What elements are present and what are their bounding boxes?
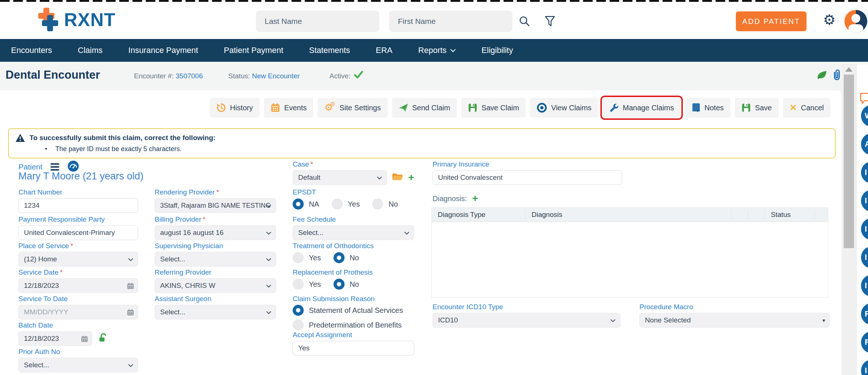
- encounter-icd10-type-select[interactable]: ICD10: [433, 313, 620, 328]
- radio[interactable]: [293, 319, 304, 331]
- supervising-physician-select[interactable]: Select...: [155, 252, 276, 267]
- nav-item-reports[interactable]: Reports: [418, 46, 456, 55]
- rail-shortcut-button[interactable]: I: [861, 190, 868, 212]
- add-diagnosis-icon[interactable]: +: [472, 193, 478, 204]
- search-icon[interactable]: [518, 15, 531, 29]
- user-avatar[interactable]: [844, 10, 867, 33]
- rendering-provider-select[interactable]: 3Staff, Rajaram BIG NAME TESTING: [155, 198, 276, 213]
- rail-shortcut-button[interactable]: I: [861, 246, 868, 268]
- calendar-icon[interactable]: [127, 309, 134, 316]
- orthodontics-option-no[interactable]: No: [334, 252, 359, 263]
- page-title: Dental Encounter: [6, 68, 100, 82]
- epsdt-option-yes[interactable]: Yes: [332, 199, 360, 210]
- encounter-icd10-type-field: Encounter ICD10 Type ICD10: [433, 303, 620, 328]
- procedure-macro-field: Procedure Macro None Selected ▼: [639, 303, 830, 328]
- orthodontics-option-yes[interactable]: Yes: [293, 252, 321, 263]
- nav-item-encounters[interactable]: Encounters: [11, 46, 52, 55]
- chat-bubble-icon[interactable]: [860, 92, 868, 106]
- calendar-icon[interactable]: [81, 335, 88, 342]
- payment-responsible-party-label: Payment Responsible Party: [18, 215, 138, 224]
- batch-date-input[interactable]: 12/18/2023: [18, 331, 92, 346]
- referring-provider-select[interactable]: AKINS, CHRIS W: [155, 278, 276, 293]
- payment-responsible-party-input[interactable]: United Convalescent-Primary: [18, 225, 138, 240]
- case-select[interactable]: Default: [293, 170, 387, 185]
- epsdt-option-na[interactable]: NA: [293, 199, 319, 210]
- accept-assignment-input[interactable]: Yes: [293, 341, 414, 356]
- send-claim-button[interactable]: Send Claim: [392, 98, 457, 118]
- calendar-icon[interactable]: [127, 282, 134, 289]
- assistant-surgeon-select[interactable]: Select...: [155, 305, 276, 319]
- rail-shortcut-button[interactable]: A: [861, 133, 868, 155]
- view-claims-button[interactable]: View Claims: [530, 98, 598, 118]
- add-patient-button[interactable]: ADD PATIENT: [736, 11, 807, 31]
- radio-selected[interactable]: [334, 279, 345, 290]
- prothesis-option-no[interactable]: No: [334, 279, 359, 290]
- scroll-up-arrow[interactable]: [845, 67, 853, 72]
- chart-number-input[interactable]: 1234: [18, 198, 138, 213]
- open-case-folder-icon[interactable]: [392, 172, 403, 183]
- events-button[interactable]: Events: [264, 98, 313, 118]
- prior-auth-no-select[interactable]: Select...: [18, 358, 138, 372]
- rail-shortcut-button[interactable]: R: [861, 331, 868, 353]
- radio-selected[interactable]: [293, 199, 304, 210]
- prothesis-option-yes[interactable]: Yes: [293, 279, 321, 290]
- rxnt-dental-encounter-screen: RXNT ADD PATIENT ⚙ Encounters Claims Ins…: [0, 0, 868, 375]
- service-date-input[interactable]: 12/18/2023: [18, 278, 138, 293]
- service-date-label: Service Date*: [18, 268, 138, 276]
- rail-shortcut-button[interactable]: I: [861, 360, 868, 375]
- billing-provider-select[interactable]: august 16 august 16: [155, 225, 276, 240]
- encounter-number-link[interactable]: 3507006: [176, 72, 203, 80]
- filter-icon[interactable]: [545, 16, 555, 28]
- rail-shortcut-button[interactable]: I: [861, 275, 868, 297]
- paperclip-icon[interactable]: [831, 69, 842, 82]
- notes-button[interactable]: Notes: [685, 98, 730, 118]
- reason-option-predetermination[interactable]: Predetermination of Benefits: [293, 319, 418, 331]
- vertical-scrollbar: [841, 64, 856, 375]
- chevron-down-icon: [450, 49, 456, 52]
- place-of-service-select[interactable]: (12) Home: [18, 252, 138, 267]
- save-button[interactable]: Save: [735, 98, 779, 118]
- rail-shortcut-button[interactable]: R: [861, 303, 868, 325]
- first-name-input[interactable]: [389, 11, 512, 32]
- last-name-input[interactable]: [256, 11, 379, 32]
- history-button[interactable]: History: [210, 98, 260, 118]
- leaf-icon[interactable]: [816, 70, 828, 82]
- radio-selected[interactable]: [293, 305, 304, 316]
- chevron-down-icon: [128, 364, 133, 367]
- nav-item-insurance-payment[interactable]: Insurance Payment: [128, 46, 198, 55]
- radio[interactable]: [293, 279, 304, 290]
- radio[interactable]: [293, 252, 304, 263]
- reason-option-statement[interactable]: Statement of Actual Services: [293, 305, 418, 316]
- nav-item-era[interactable]: ERA: [376, 46, 392, 55]
- treatment-of-orthodontics-field: Treatment of Orthodontics Yes No: [293, 242, 414, 263]
- nav-item-patient-payment[interactable]: Patient Payment: [224, 46, 283, 55]
- nav-item-claims[interactable]: Claims: [78, 46, 102, 55]
- patient-name[interactable]: Mary T Moore (21 years old): [18, 171, 144, 182]
- save-claim-button[interactable]: Save Claim: [461, 98, 526, 118]
- manage-claims-button[interactable]: Manage Claims: [603, 98, 681, 118]
- radio[interactable]: [372, 199, 383, 210]
- gear-icon[interactable]: ⚙: [823, 13, 836, 27]
- rail-shortcut-button[interactable]: I: [861, 161, 868, 183]
- scrollbar-thumb[interactable]: [844, 75, 854, 248]
- primary-insurance-input[interactable]: United Convalescent: [433, 170, 622, 185]
- patient-menu-icon[interactable]: [50, 163, 59, 171]
- cancel-button[interactable]: ✕ Cancel: [783, 98, 830, 118]
- add-case-icon[interactable]: +: [408, 172, 414, 183]
- nav-item-statements[interactable]: Statements: [309, 46, 350, 55]
- nav-item-eligibility[interactable]: Eligibility: [481, 46, 513, 55]
- referring-provider-label: Referring Provider: [155, 268, 276, 276]
- epsdt-option-no[interactable]: No: [372, 199, 398, 210]
- radio-selected[interactable]: [334, 252, 345, 263]
- procedure-macro-select[interactable]: None Selected ▼: [639, 313, 830, 328]
- unlock-icon[interactable]: [98, 333, 108, 344]
- supervising-physician-label: Supervising Physician: [155, 242, 276, 250]
- site-settings-button[interactable]: ⚙⚙ Site Settings: [318, 98, 387, 118]
- epsdt-label: EPSDT: [293, 188, 414, 196]
- rail-shortcut-button[interactable]: W: [861, 105, 868, 127]
- rail-shortcut-button[interactable]: I: [861, 218, 868, 240]
- service-to-date-input[interactable]: MM/DD/YYYY: [18, 305, 138, 319]
- radio[interactable]: [332, 199, 343, 210]
- fee-schedule-select[interactable]: Select...: [293, 225, 414, 240]
- brand-name: RXNT: [64, 9, 116, 31]
